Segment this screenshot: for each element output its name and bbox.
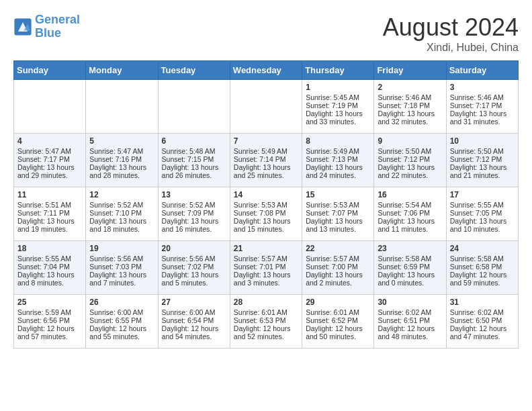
calendar-cell: 4Sunrise: 5:47 AMSunset: 7:17 PMDaylight… [14, 134, 86, 187]
cell-info: Daylight: 13 hours and 0 minutes. [378, 271, 442, 287]
cell-info: Sunrise: 5:53 AM [306, 201, 370, 209]
calendar-cell: 2Sunrise: 5:46 AMSunset: 7:18 PMDaylight… [374, 80, 446, 134]
cell-info: Sunrise: 6:01 AM [306, 308, 370, 316]
calendar-cell: 16Sunrise: 5:54 AMSunset: 7:06 PMDayligh… [374, 187, 446, 241]
cell-info: Daylight: 12 hours and 47 minutes. [450, 324, 515, 340]
header-day: Tuesday [158, 61, 230, 80]
calendar-cell: 12Sunrise: 5:52 AMSunset: 7:10 PMDayligh… [86, 187, 158, 241]
cell-info: Sunrise: 5:58 AM [450, 255, 515, 263]
calendar-cell: 9Sunrise: 5:50 AMSunset: 7:12 PMDaylight… [374, 134, 446, 187]
day-number: 25 [17, 298, 82, 307]
calendar-cell: 17Sunrise: 5:55 AMSunset: 7:05 PMDayligh… [446, 187, 518, 241]
cell-info: Sunset: 7:00 PM [306, 263, 370, 271]
cell-info: Sunrise: 5:50 AM [378, 147, 442, 155]
cell-info: Sunrise: 5:46 AM [450, 93, 515, 101]
day-number: 4 [17, 136, 82, 146]
calendar-cell: 11Sunrise: 5:51 AMSunset: 7:11 PMDayligh… [14, 187, 86, 241]
cell-info: Sunset: 7:11 PM [17, 209, 82, 217]
day-number: 19 [89, 244, 154, 253]
cell-info: Sunset: 7:17 PM [17, 155, 82, 163]
cell-info: Daylight: 12 hours and 57 minutes. [17, 324, 82, 340]
calendar-cell: 14Sunrise: 5:53 AMSunset: 7:08 PMDayligh… [230, 187, 302, 241]
calendar-cell: 18Sunrise: 5:55 AMSunset: 7:04 PMDayligh… [14, 241, 86, 295]
title-block: August 2024 Xindi, Hubei, China [383, 13, 519, 54]
day-number: 11 [17, 190, 82, 199]
cell-info: Sunset: 7:05 PM [450, 209, 515, 217]
cell-info: Sunset: 6:52 PM [306, 316, 370, 324]
calendar-table: SundayMondayTuesdayWednesdayThursdayFrid… [13, 60, 519, 349]
calendar-cell: 5Sunrise: 5:47 AMSunset: 7:16 PMDaylight… [86, 134, 158, 187]
cell-info: Daylight: 13 hours and 31 minutes. [450, 109, 515, 126]
cell-info: Daylight: 13 hours and 25 minutes. [234, 163, 298, 179]
day-number: 7 [234, 136, 298, 146]
cell-info: Daylight: 12 hours and 59 minutes. [450, 271, 515, 287]
calendar-cell: 21Sunrise: 5:57 AMSunset: 7:01 PMDayligh… [230, 241, 302, 295]
day-number: 16 [378, 190, 442, 199]
calendar-cell: 7Sunrise: 5:49 AMSunset: 7:14 PMDaylight… [230, 134, 302, 187]
cell-info: Sunrise: 5:56 AM [162, 255, 226, 263]
cell-info: Sunset: 7:09 PM [162, 209, 226, 217]
cell-info: Daylight: 12 hours and 50 minutes. [306, 324, 370, 340]
day-number: 28 [234, 298, 298, 307]
cell-info: Sunset: 6:53 PM [234, 316, 298, 324]
cell-info: Sunrise: 5:57 AM [234, 255, 298, 263]
day-number: 27 [162, 298, 226, 307]
cell-info: Sunset: 7:03 PM [89, 263, 154, 271]
cell-info: Sunrise: 5:47 AM [17, 147, 82, 155]
cell-info: Daylight: 12 hours and 48 minutes. [378, 324, 442, 340]
day-number: 13 [162, 190, 226, 199]
calendar-cell [230, 80, 302, 134]
calendar-cell: 10Sunrise: 5:50 AMSunset: 7:12 PMDayligh… [446, 134, 518, 187]
day-number: 18 [17, 244, 82, 253]
calendar-cell [14, 80, 86, 134]
cell-info: Sunset: 7:17 PM [450, 101, 515, 109]
cell-info: Sunset: 7:13 PM [306, 155, 370, 163]
calendar-cell [86, 80, 158, 134]
cell-info: Sunset: 6:50 PM [450, 316, 515, 324]
day-number: 6 [162, 136, 226, 146]
cell-info: Daylight: 13 hours and 16 minutes. [162, 217, 226, 233]
cell-info: Sunset: 7:08 PM [234, 209, 298, 217]
day-number: 2 [378, 83, 442, 92]
cell-info: Sunrise: 5:47 AM [89, 147, 154, 155]
cell-info: Sunset: 6:58 PM [450, 263, 515, 271]
cell-info: Sunrise: 5:49 AM [234, 147, 298, 155]
cell-info: Sunrise: 5:56 AM [89, 255, 154, 263]
header-day: Friday [374, 61, 446, 80]
cell-info: Sunrise: 6:02 AM [378, 308, 442, 316]
calendar-cell: 6Sunrise: 5:48 AMSunset: 7:15 PMDaylight… [158, 134, 230, 187]
cell-info: Daylight: 13 hours and 2 minutes. [306, 271, 370, 287]
day-number: 1 [306, 83, 370, 92]
cell-info: Daylight: 12 hours and 54 minutes. [162, 324, 226, 340]
calendar-week: 1Sunrise: 5:45 AMSunset: 7:19 PMDaylight… [14, 80, 519, 134]
cell-info: Sunrise: 6:02 AM [450, 308, 515, 316]
cell-info: Sunset: 6:59 PM [378, 263, 442, 271]
cell-info: Sunset: 7:04 PM [17, 263, 82, 271]
cell-info: Daylight: 13 hours and 33 minutes. [306, 109, 370, 126]
day-number: 9 [378, 136, 442, 146]
header-row: SundayMondayTuesdayWednesdayThursdayFrid… [14, 61, 519, 80]
cell-info: Sunrise: 5:58 AM [378, 255, 442, 263]
cell-info: Daylight: 13 hours and 8 minutes. [17, 271, 82, 287]
calendar-cell: 31Sunrise: 6:02 AMSunset: 6:50 PMDayligh… [446, 295, 518, 349]
header-day: Monday [86, 61, 158, 80]
calendar-cell: 23Sunrise: 5:58 AMSunset: 6:59 PMDayligh… [374, 241, 446, 295]
cell-info: Daylight: 13 hours and 13 minutes. [306, 217, 370, 233]
cell-info: Daylight: 13 hours and 19 minutes. [17, 217, 82, 233]
cell-info: Sunset: 7:18 PM [378, 101, 442, 109]
logo-icon [13, 17, 32, 36]
calendar-week: 25Sunrise: 5:59 AMSunset: 6:56 PMDayligh… [14, 295, 519, 349]
cell-info: Daylight: 13 hours and 22 minutes. [378, 163, 442, 179]
cell-info: Sunrise: 5:49 AM [306, 147, 370, 155]
calendar-week: 18Sunrise: 5:55 AMSunset: 7:04 PMDayligh… [14, 241, 519, 295]
calendar-cell: 26Sunrise: 6:00 AMSunset: 6:55 PMDayligh… [86, 295, 158, 349]
header-day: Wednesday [230, 61, 302, 80]
day-number: 21 [234, 244, 298, 253]
cell-info: Daylight: 13 hours and 18 minutes. [89, 217, 154, 233]
cell-info: Daylight: 13 hours and 24 minutes. [306, 163, 370, 179]
location: Xindi, Hubei, China [383, 42, 519, 54]
day-number: 29 [306, 298, 370, 307]
calendar-cell: 13Sunrise: 5:52 AMSunset: 7:09 PMDayligh… [158, 187, 230, 241]
cell-info: Daylight: 13 hours and 15 minutes. [234, 217, 298, 233]
calendar-cell [158, 80, 230, 134]
